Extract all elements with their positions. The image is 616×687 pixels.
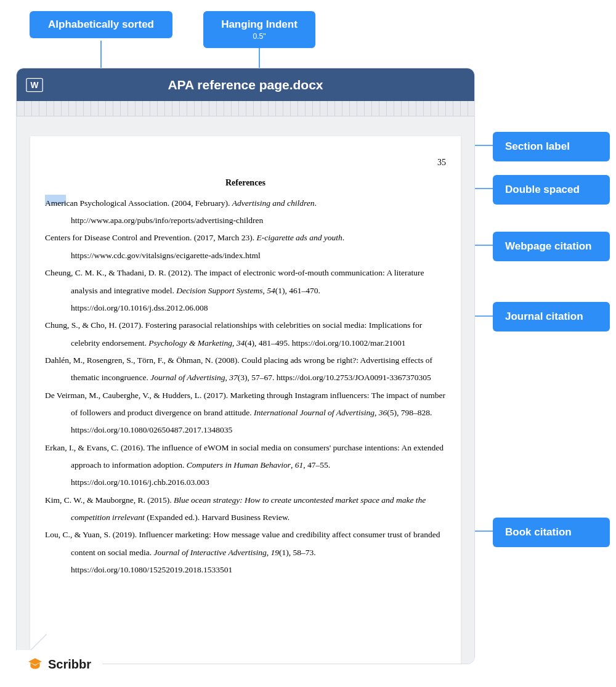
label-text: Book citation — [505, 526, 572, 538]
reference-entry: American Psychological Association. (200… — [45, 195, 446, 230]
label-book-citation: Book citation — [493, 518, 610, 547]
graduation-cap-icon — [27, 656, 43, 672]
label-section: Section label — [493, 132, 610, 161]
document-window: W APA reference page.docx 35 References … — [16, 68, 475, 664]
page-area: 35 References American Psychological Ass… — [17, 116, 474, 664]
references-heading: References — [45, 174, 446, 192]
word-icon: W — [25, 76, 44, 94]
label-text: Webpage citation — [505, 240, 591, 252]
titlebar: W APA reference page.docx — [17, 68, 474, 101]
label-journal-citation: Journal citation — [493, 302, 610, 331]
scribbr-logo: Scribbr — [16, 650, 102, 678]
label-double-spaced: Double spaced — [493, 175, 610, 205]
references-list: American Psychological Association. (200… — [45, 195, 446, 579]
label-subtext: 0.5" — [218, 32, 301, 41]
reference-entry: Lou, C., & Yuan, S. (2019). Influencer m… — [45, 526, 446, 579]
reference-entry: Kim, C. W., & Mauborgne, R. (2015). Blue… — [45, 492, 446, 527]
document-title: APA reference page.docx — [44, 78, 474, 92]
svg-text:W: W — [31, 81, 39, 90]
page-number: 35 — [45, 153, 446, 171]
reference-entry: Cheung, C. M. K., & Thadani, D. R. (2012… — [45, 264, 446, 317]
reference-entry: Centers for Disease Control and Preventi… — [45, 229, 446, 264]
logo-text: Scribbr — [48, 657, 91, 672]
label-text: Hanging Indent — [221, 18, 298, 30]
label-text: Alphabetically sorted — [48, 18, 154, 30]
reference-entry: Erkan, I., & Evans, C. (2016). The influ… — [45, 439, 446, 492]
label-alphabetically-sorted: Alphabetically sorted — [30, 11, 172, 38]
label-text: Journal citation — [505, 311, 583, 322]
ruler — [17, 101, 474, 116]
label-text: Section label — [505, 140, 570, 152]
label-webpage-citation: Webpage citation — [493, 232, 610, 261]
reference-entry: Chung, S., & Cho, H. (2017). Fostering p… — [45, 317, 446, 352]
reference-entry: Dahlén, M., Rosengren, S., Törn, F., & Ö… — [45, 352, 446, 387]
page: 35 References American Psychological Ass… — [30, 136, 461, 664]
label-hanging-indent: Hanging Indent 0.5" — [203, 11, 315, 48]
label-text: Double spaced — [505, 184, 580, 195]
reference-entry: De Veirman, M., Cauberghe, V., & Hudders… — [45, 387, 446, 439]
